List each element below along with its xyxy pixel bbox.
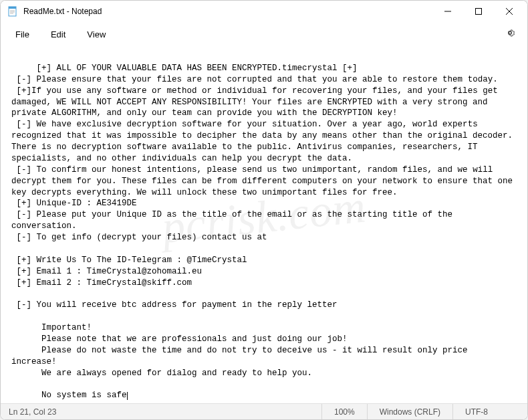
- status-line-ending: Windows (CRLF): [367, 404, 452, 419]
- gear-icon: [505, 27, 515, 38]
- minimize-button[interactable]: [432, 1, 463, 22]
- notepad-icon: [7, 6, 18, 17]
- document-text: [+] ALL OF YOUR VALUABLE DATA HAS BEEN E…: [11, 64, 518, 400]
- menu-view[interactable]: View: [78, 25, 115, 43]
- svg-rect-1: [9, 7, 16, 9]
- statusbar: Ln 21, Col 23 100% Windows (CRLF) UTF-8: [1, 403, 527, 419]
- status-encoding: UTF-8: [452, 404, 519, 419]
- menu-edit[interactable]: Edit: [41, 25, 75, 43]
- menu-file[interactable]: File: [6, 25, 39, 43]
- window-title: ReadMe.txt - Notepad: [23, 7, 432, 16]
- window-controls: [432, 1, 525, 22]
- text-editor-area[interactable]: pcrisk.com [+] ALL OF YOUR VALUABLE DATA…: [1, 46, 527, 403]
- notepad-window: ReadMe.txt - Notepad File Edit View: [0, 0, 528, 420]
- menubar: File Edit View: [1, 22, 527, 46]
- text-cursor: [127, 392, 128, 401]
- settings-button[interactable]: [498, 23, 522, 45]
- status-zoom[interactable]: 100%: [321, 404, 367, 419]
- maximize-button[interactable]: [463, 1, 494, 22]
- svg-rect-6: [476, 9, 482, 15]
- menus: File Edit View: [6, 25, 115, 43]
- status-cursor-position: Ln 21, Col 23: [9, 407, 321, 417]
- close-button[interactable]: [494, 1, 525, 22]
- titlebar: ReadMe.txt - Notepad: [1, 1, 527, 22]
